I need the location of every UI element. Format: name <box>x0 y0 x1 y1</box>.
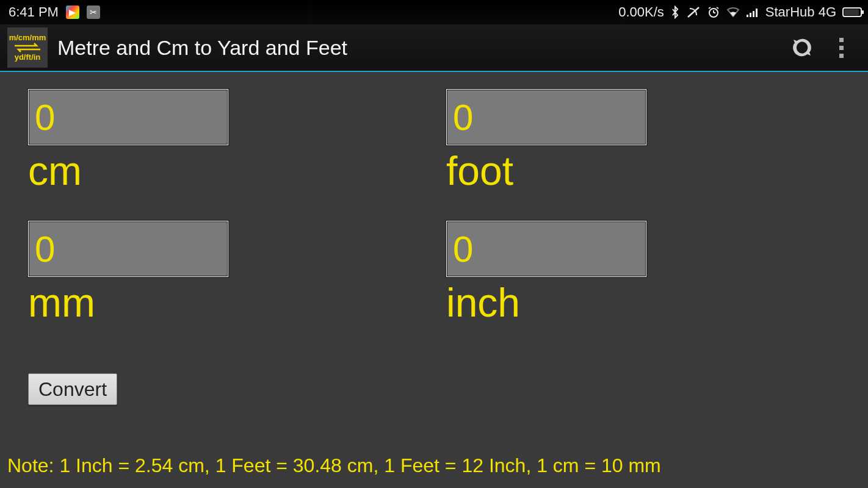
status-carrier: StarHub 4G <box>765 4 836 20</box>
more-vert-icon <box>839 38 844 58</box>
svg-rect-9 <box>756 9 758 17</box>
action-bar: m/cm/mm yd/ft/in Metre and Cm to Yard an… <box>0 24 868 72</box>
overflow-menu-button[interactable] <box>822 28 861 67</box>
svg-rect-6 <box>747 15 748 17</box>
swap-arrows-icon <box>12 42 43 53</box>
mute-icon <box>686 5 701 19</box>
field-cm: cm <box>28 89 422 194</box>
cm-label: cm <box>28 148 422 194</box>
svg-line-4 <box>709 7 711 9</box>
battery-icon <box>842 7 862 17</box>
status-bar: 6:41 PM ▶ ✂ 0.00K/s StarHub 4G <box>0 0 868 24</box>
mm-label: mm <box>28 279 422 326</box>
status-net-speed: 0.00K/s <box>618 4 664 20</box>
status-time: 6:41 PM <box>9 4 59 20</box>
app-icon: m/cm/mm yd/ft/in <box>7 27 48 68</box>
main-content: cm foot mm inch Convert Note: 1 Inch = 2… <box>0 72 868 487</box>
convert-button[interactable]: Convert <box>28 373 117 405</box>
inch-input[interactable] <box>446 221 646 277</box>
field-foot: foot <box>446 89 840 194</box>
refresh-button[interactable] <box>783 28 822 67</box>
status-bar-left: 6:41 PM ▶ ✂ <box>9 4 100 20</box>
mm-input[interactable] <box>28 221 228 277</box>
app-icon-top-text: m/cm/mm <box>9 34 46 42</box>
status-bar-right: 0.00K/s StarHub 4G <box>618 4 862 20</box>
note-text: Note: 1 Inch = 2.54 cm, 1 Feet = 30.48 c… <box>7 454 661 477</box>
app-title: Metre and Cm to Yard and Feet <box>57 36 347 60</box>
screenshot-icon: ✂ <box>87 5 100 19</box>
fields-grid: cm foot mm inch <box>28 89 840 326</box>
svg-rect-8 <box>753 11 754 17</box>
foot-input[interactable] <box>446 89 646 145</box>
bluetooth-icon <box>670 5 680 19</box>
inch-label: inch <box>446 279 840 326</box>
signal-icon <box>746 7 759 18</box>
cm-input[interactable] <box>28 89 228 145</box>
field-mm: mm <box>28 221 422 326</box>
play-store-icon: ▶ <box>66 5 79 19</box>
refresh-icon <box>790 35 814 60</box>
field-inch: inch <box>446 221 840 326</box>
foot-label: foot <box>446 148 840 194</box>
svg-line-5 <box>717 7 718 9</box>
app-icon-bottom-text: yd/ft/in <box>15 53 41 62</box>
svg-rect-7 <box>750 13 751 17</box>
alarm-icon <box>707 5 720 19</box>
wifi-icon <box>726 7 740 18</box>
